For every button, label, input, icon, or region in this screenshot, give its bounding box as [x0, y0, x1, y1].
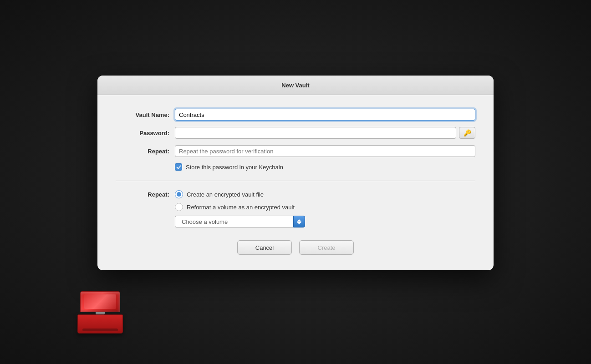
repeat-row: Repeat: — [116, 145, 475, 157]
vault-graphic — [77, 291, 123, 337]
volume-select-wrapper: Choose a volume — [175, 216, 305, 228]
stepper-up-icon — [297, 219, 301, 222]
password-row: Password: 🔑 — [116, 127, 475, 139]
stepper-down-icon — [297, 222, 301, 224]
vault-icon — [77, 291, 123, 337]
button-row: Cancel Create — [116, 240, 475, 257]
dialog-body: Vault Name: Password: 🔑 Repeat: Store th… — [97, 95, 494, 270]
radio-create-vault-label: Create an encrypted vault file — [187, 191, 264, 198]
volume-dropdown-row: Choose a volume — [175, 216, 475, 228]
vault-name-label: Vault Name: — [116, 111, 175, 118]
password-input[interactable] — [175, 127, 456, 139]
password-field-group: 🔑 — [175, 127, 475, 139]
separator — [116, 181, 475, 181]
new-vault-dialog: New Vault Vault Name: Password: 🔑 Repeat… — [97, 76, 494, 270]
radio-reformat-volume-label: Reformat a volume as an encrypted vault — [187, 204, 295, 211]
vault-top — [80, 291, 120, 312]
key-button[interactable]: 🔑 — [459, 127, 475, 139]
vault-name-input[interactable] — [175, 109, 475, 121]
radio-row-2: Reformat a volume as an encrypted vault — [175, 203, 475, 211]
create-button[interactable]: Create — [299, 240, 354, 255]
dialog-title-bar: New Vault — [97, 76, 494, 95]
password-label: Password: — [116, 130, 175, 136]
keychain-checkbox[interactable] — [175, 163, 182, 171]
repeat-label: Repeat: — [116, 148, 175, 155]
radio-reformat-volume[interactable] — [175, 203, 183, 211]
keychain-checkbox-label: Store this password in your Keychain — [186, 164, 283, 171]
cancel-button[interactable]: Cancel — [237, 240, 292, 255]
volume-select-text[interactable]: Choose a volume — [175, 216, 293, 228]
repeat-password-input[interactable] — [175, 145, 475, 157]
vault-bottom — [77, 314, 123, 334]
radio-section-label: Repeat: — [116, 191, 175, 198]
vault-name-row: Vault Name: — [116, 109, 475, 121]
dialog-title: New Vault — [281, 82, 309, 89]
radio-create-vault[interactable] — [175, 190, 183, 198]
keychain-checkbox-row: Store this password in your Keychain — [175, 163, 475, 171]
volume-stepper[interactable] — [293, 216, 305, 228]
radio-row-1: Repeat: Create an encrypted vault file — [116, 190, 475, 198]
